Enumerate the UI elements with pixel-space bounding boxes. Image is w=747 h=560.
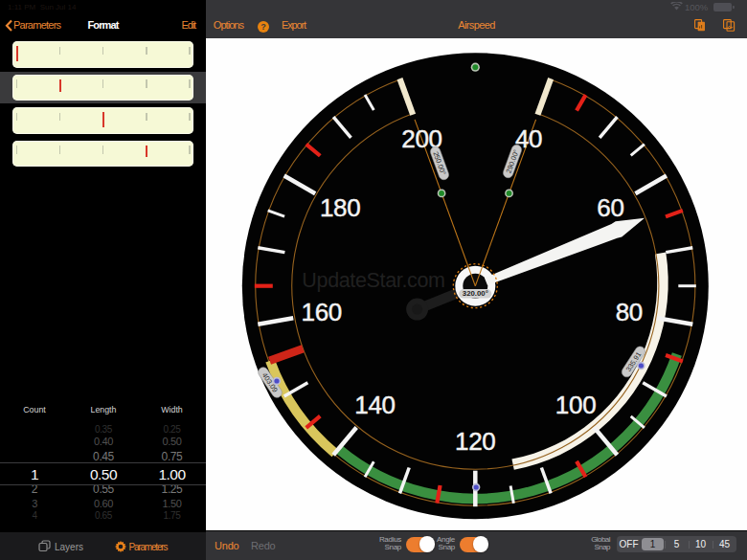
svg-text:180: 180 xyxy=(320,193,360,222)
svg-text:140: 140 xyxy=(354,391,395,419)
svg-text:160: 160 xyxy=(302,298,342,326)
svg-text:UpdateStar.com: UpdateStar.com xyxy=(302,269,444,292)
svg-text:320.00°: 320.00° xyxy=(463,289,488,298)
svg-text:80: 80 xyxy=(616,298,643,326)
svg-text:120: 120 xyxy=(455,427,495,456)
svg-text:60: 60 xyxy=(597,193,623,222)
svg-text:100: 100 xyxy=(555,391,596,419)
